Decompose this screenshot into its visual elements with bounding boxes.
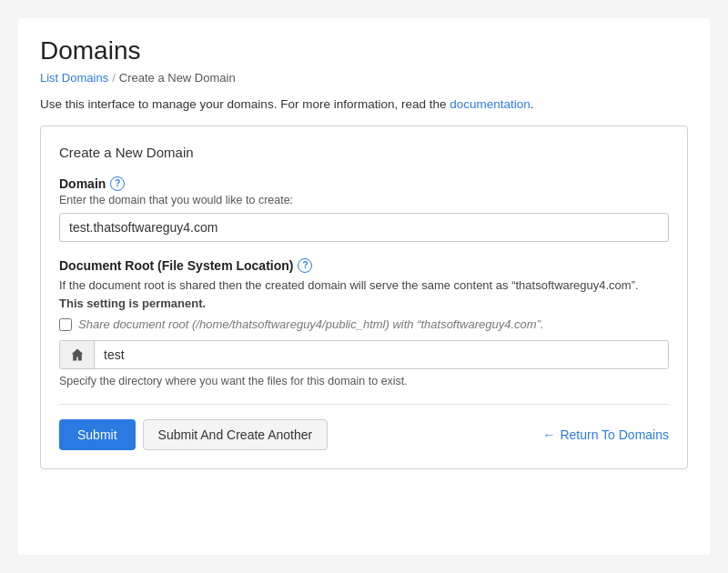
home-icon [70,347,85,362]
domain-hint: Enter the domain that you would like to … [59,194,669,206]
directory-input-wrapper [59,340,669,369]
directory-input[interactable] [95,341,668,368]
page-title: Domains [40,36,688,65]
submit-button[interactable]: Submit [59,419,136,450]
breadcrumb-separator: / [112,71,116,85]
share-docroot-label[interactable]: Share document root (/home/thatsoftwareg… [78,317,544,331]
domain-input[interactable] [59,213,669,242]
left-actions: Submit Submit And Create Another [59,419,328,450]
actions-row: Submit Submit And Create Another ← Retur… [59,419,669,450]
return-label: Return To Domains [560,427,669,442]
docroot-help-icon[interactable]: ? [298,258,312,273]
domain-label: Domain ? [59,176,669,191]
home-icon-prefix [60,341,95,368]
domain-field-group: Domain ? Enter the domain that you would… [59,176,669,242]
docroot-label-text: Document Root (File System Location) [59,258,293,273]
submit-another-button[interactable]: Submit And Create Another [143,419,329,450]
breadcrumb-parent-link[interactable]: List Domains [40,71,108,85]
domain-label-text: Domain [59,176,106,191]
directory-hint: Specify the directory where you want the… [59,375,669,387]
documentation-link[interactable]: documentation [450,97,531,111]
docroot-desc-line1: If the document root is shared then the … [59,278,639,292]
info-text: Use this interface to manage your domain… [40,97,688,111]
card-title: Create a New Domain [59,145,669,160]
share-docroot-checkbox[interactable] [59,318,72,331]
docroot-field-group: Document Root (File System Location) ? I… [59,258,669,387]
docroot-label: Document Root (File System Location) ? [59,258,669,273]
create-domain-card: Create a New Domain Domain ? Enter the d… [40,126,688,469]
share-docroot-row: Share document root (/home/thatsoftwareg… [59,317,669,331]
docroot-desc-bold: This setting is permanent. [59,297,206,310]
form-divider [59,404,669,405]
arrow-left-icon: ← [542,427,555,442]
info-text-prefix: Use this interface to manage your domain… [40,97,446,111]
info-text-suffix: . [531,97,534,111]
breadcrumb: List Domains / Create a New Domain [40,71,688,85]
domain-help-icon[interactable]: ? [110,176,125,191]
return-to-domains-link[interactable]: ← Return To Domains [542,427,669,442]
breadcrumb-current: Create a New Domain [119,71,236,85]
docroot-description: If the document root is shared then the … [59,276,669,312]
